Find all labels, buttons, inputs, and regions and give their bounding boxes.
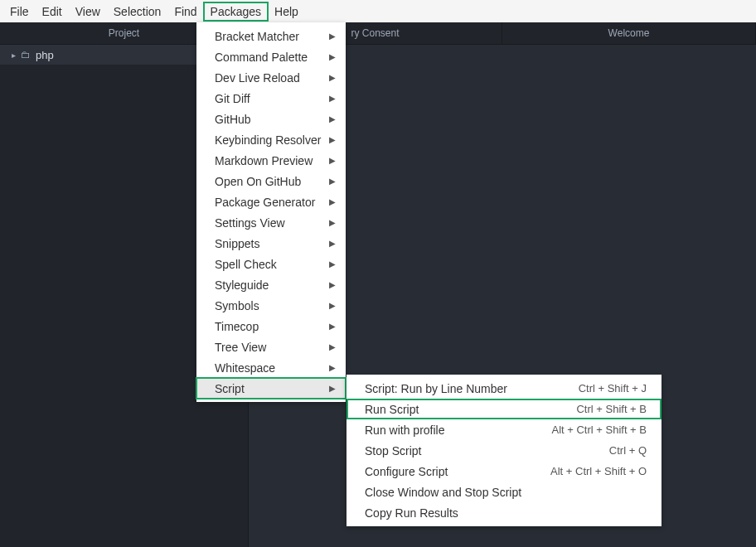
chevron-right-icon: ▸ [12,51,16,60]
dd-label: Script [215,382,245,395]
dd-shortcut: Alt + Ctrl + Shift + O [550,465,647,477]
chevron-right-icon: ▶ [329,239,336,248]
chevron-right-icon: ▶ [329,52,336,61]
pkg-github[interactable]: GitHub▶ [196,109,346,129]
dd-label: Git Diff [215,92,250,105]
pkg-markdown-preview[interactable]: Markdown Preview▶ [196,150,346,171]
dd-label: Run with profile [365,424,445,437]
menu-file[interactable]: File [3,2,36,21]
dd-label: Settings View [215,216,285,230]
menu-edit[interactable]: Edit [36,2,69,21]
menu-find[interactable]: Find [167,2,203,21]
dd-shortcut: Ctrl + Q [609,444,647,457]
dd-label: Command Palette [215,51,308,64]
pkg-snippets[interactable]: Snippets▶ [196,233,346,254]
dd-label: Script: Run by Line Number [365,382,507,395]
dd-label: Whitespace [215,361,275,375]
script-run-by-line[interactable]: Script: Run by Line Number Ctrl + Shift … [346,378,662,399]
pkg-settings-view[interactable]: Settings View▶ [196,212,346,233]
script-run-profile[interactable]: Run with profile Alt + Ctrl + Shift + B [346,419,662,440]
pkg-bracket-matcher[interactable]: Bracket Matcher▶ [196,26,346,46]
chevron-right-icon: ▶ [329,31,336,41]
chevron-right-icon: ▶ [329,218,336,227]
tabs-row: Project ry Consent Welcome [0,22,756,45]
pkg-script[interactable]: Script▶ [196,378,346,399]
dd-label: Package Generator [215,196,315,209]
dd-label: Timecop [215,320,259,333]
chevron-right-icon: ▶ [329,384,336,393]
script-configure[interactable]: Configure Script Alt + Ctrl + Shift + O [346,461,662,482]
dd-label: Run Script [365,403,419,416]
script-submenu: Script: Run by Line Number Ctrl + Shift … [346,375,662,526]
chevron-right-icon: ▶ [329,322,336,331]
pkg-open-on-github[interactable]: Open On GitHub▶ [196,171,346,191]
chevron-right-icon: ▶ [329,156,336,165]
script-stop[interactable]: Stop Script Ctrl + Q [346,440,662,461]
pkg-dev-live-reload[interactable]: Dev Live Reload▶ [196,67,346,88]
pkg-whitespace[interactable]: Whitespace▶ [196,357,346,378]
pkg-styleguide[interactable]: Styleguide▶ [196,274,346,295]
editor-tab-1[interactable]: Welcome [502,22,756,44]
dd-label: Dev Live Reload [215,71,300,85]
chevron-right-icon: ▶ [329,342,336,351]
chevron-right-icon: ▶ [329,114,336,123]
menu-help[interactable]: Help [268,2,305,21]
chevron-right-icon: ▶ [329,280,336,289]
packages-dropdown: Bracket Matcher▶ Command Palette▶ Dev Li… [196,22,346,402]
menu-view[interactable]: View [69,2,107,21]
chevron-right-icon: ▶ [329,301,336,310]
dd-shortcut: Ctrl + Shift + B [576,403,647,415]
tree-root-label: php [36,49,54,61]
menu-selection[interactable]: Selection [107,2,168,21]
pkg-keybinding-resolver[interactable]: Keybinding Resolver▶ [196,129,346,150]
dd-label: Bracket Matcher [215,30,299,43]
pkg-symbols[interactable]: Symbols▶ [196,295,346,316]
pkg-command-palette[interactable]: Command Palette▶ [196,46,346,67]
dd-label: Open On GitHub [215,175,301,188]
dd-label: Tree View [215,341,266,354]
dd-label: Stop Script [365,444,421,457]
dd-label: Keybinding Resolver [215,133,321,147]
pkg-git-diff[interactable]: Git Diff▶ [196,88,346,109]
dd-shortcut: Ctrl + Shift + J [579,382,647,395]
chevron-right-icon: ▶ [329,177,336,186]
chevron-right-icon: ▶ [329,73,336,82]
chevron-right-icon: ▶ [329,94,336,103]
dd-label: Close Window and Stop Script [365,486,521,499]
chevron-right-icon: ▶ [329,135,336,144]
chevron-right-icon: ▶ [329,363,336,372]
dd-shortcut: Alt + Ctrl + Shift + B [551,424,647,436]
dd-label: Spell Check [215,258,277,271]
script-run[interactable]: Run Script Ctrl + Shift + B [346,399,662,419]
pkg-spell-check[interactable]: Spell Check▶ [196,254,346,274]
pkg-package-generator[interactable]: Package Generator▶ [196,191,346,212]
script-close-stop[interactable]: Close Window and Stop Script [346,482,662,502]
dd-label: Snippets [215,237,259,250]
menubar: File Edit View Selection Find Packages H… [0,0,756,22]
chevron-right-icon: ▶ [329,197,336,206]
dd-label: Configure Script [365,465,448,478]
menu-packages[interactable]: Packages [204,2,268,21]
pkg-tree-view[interactable]: Tree View▶ [196,336,346,357]
dd-label: Markdown Preview [215,154,313,167]
pkg-timecop[interactable]: Timecop▶ [196,316,346,336]
dd-label: GitHub [215,113,251,126]
script-copy-results[interactable]: Copy Run Results [346,502,662,523]
dd-label: Copy Run Results [365,506,458,520]
dd-label: Styleguide [215,278,269,292]
folder-icon: 🗀 [21,49,31,61]
dd-label: Symbols [215,299,259,312]
chevron-right-icon: ▶ [329,259,336,269]
